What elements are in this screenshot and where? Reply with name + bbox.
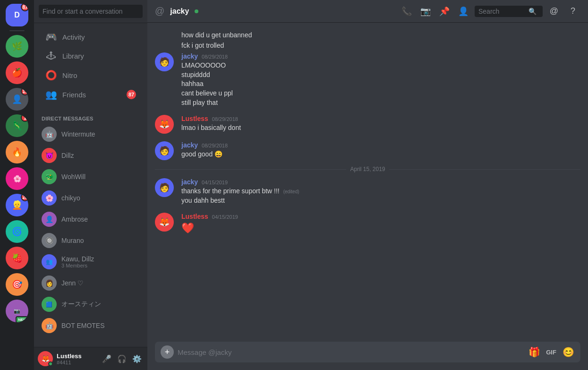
continuation-message: fck i got trolled: [147, 41, 588, 51]
message-text: ❤️: [181, 221, 580, 236]
emoji-button[interactable]: 😊: [562, 345, 575, 359]
video-button[interactable]: 📷: [418, 4, 433, 19]
chat-recipient-name: jacky: [170, 7, 189, 16]
dm-item-bot-emotes[interactable]: 🤖 BOT EMOTES: [38, 315, 144, 336]
dm-name: Jenn ♡: [61, 279, 84, 287]
message-header: jacky 08/29/2018: [181, 141, 580, 149]
message-text: stupidddd: [181, 70, 580, 80]
sidebar-divider: [9, 30, 25, 31]
at-symbol-icon: @: [155, 6, 164, 17]
gift-button[interactable]: 🎁: [528, 345, 541, 359]
avatar: 🐲: [42, 169, 57, 184]
sidebar-item-label: Library: [62, 52, 84, 60]
sidebar-item-label: Nitro: [62, 71, 77, 79]
message-text: you dahh bestt: [181, 196, 580, 206]
input-add-button[interactable]: +: [161, 345, 174, 359]
server-icon-9[interactable]: 🍓: [6, 247, 28, 269]
message-content: Lustless 04/15/2019 ❤️: [181, 213, 580, 236]
mute-button[interactable]: 🎤: [100, 352, 113, 365]
user-panel-controls: 🎤 🎧 ⚙️: [100, 352, 144, 365]
dm-list: 🤖 Wintermute 😈 Dillz 🐲 WohWill 🌸 chikyo …: [34, 123, 147, 347]
dm-item-dillz[interactable]: 😈 Dillz: [38, 145, 144, 166]
message-content: Lustless 08/29/2018 lmao i basically don…: [181, 115, 580, 134]
server-icon-1[interactable]: 🌿: [6, 35, 28, 58]
library-icon: 🕹: [45, 51, 57, 61]
message-author: jacky: [181, 178, 198, 186]
avatar: 👤: [42, 212, 57, 227]
avatar: 👩: [42, 275, 57, 291]
message-input[interactable]: [178, 344, 524, 361]
settings-button[interactable]: ⚙️: [130, 352, 144, 365]
search-icon: 🔍: [528, 8, 537, 15]
dm-name: Kawu, Dillz: [61, 255, 94, 263]
message-avatar: 🧑: [155, 52, 174, 71]
dm-item-wohwill[interactable]: 🐲 WohWill: [38, 166, 144, 187]
user-name: Lustless: [57, 353, 96, 360]
dm-item-kawu-dillz[interactable]: 👥 Kawu, Dillz 3 Members: [38, 251, 144, 272]
sidebar-item-activity[interactable]: 🎮 Activity: [38, 27, 144, 46]
dm-section-title: DIRECT MESSAGES: [34, 108, 147, 123]
server-3-badge: 17: [21, 88, 28, 95]
avatar: 😈: [42, 148, 57, 163]
pin-button[interactable]: 📌: [437, 4, 452, 19]
gif-button[interactable]: GIF: [545, 345, 558, 359]
dm-item-chikyo[interactable]: 🌸 chikyo: [38, 188, 144, 208]
at-mention-button[interactable]: @: [546, 4, 562, 19]
avatar: 🤖: [42, 127, 57, 142]
continuation-message: how did u get unbanned: [147, 30, 588, 41]
server-icon-11[interactable]: 📷 NEW: [6, 300, 28, 322]
server-icon-10[interactable]: 🎯: [6, 273, 28, 296]
message-group: 🦊 Lustless 08/29/2018 lmao i basically d…: [147, 113, 588, 136]
server-icon-7[interactable]: 👱 26: [6, 194, 28, 216]
message-timestamp: 04/15/2019: [202, 180, 228, 185]
dm-item-murano[interactable]: 🔘 Murano: [38, 230, 144, 251]
message-timestamp: 08/29/2018: [212, 116, 238, 122]
dm-item-ambrose[interactable]: 👤 Ambrose: [38, 209, 144, 230]
user-panel: 🦊 Lustless #4411 🎤 🎧 ⚙️: [34, 347, 147, 370]
add-friend-button[interactable]: 👤: [456, 4, 471, 19]
message-content: jacky 08/29/2018 LMAOOOOOO stupidddd hah…: [181, 52, 580, 107]
messages-container: how did u get unbanned fck i got trolled…: [147, 23, 588, 342]
server-icon-5[interactable]: 🔥: [6, 141, 28, 163]
dm-name: Murano: [61, 237, 84, 244]
input-right-icons: 🎁 GIF 😊: [528, 345, 575, 359]
server-icon-2[interactable]: 🍎: [6, 61, 28, 84]
message-text: still play that: [181, 98, 580, 108]
dm-name: オースティン: [61, 300, 101, 309]
dm-name: Ambrose: [61, 215, 88, 223]
message-text: lmao i basically dont: [181, 123, 580, 133]
message-content: jacky 04/15/2019 thanks for the prime su…: [181, 178, 580, 205]
search-input[interactable]: [39, 5, 143, 18]
server-icon-8[interactable]: 🌀: [6, 220, 28, 243]
message-author: Lustless: [181, 213, 208, 220]
dm-item-wintermute[interactable]: 🤖 Wintermute: [38, 124, 144, 145]
sidebar-item-nitro[interactable]: ⭕ Nitro: [38, 66, 144, 85]
sidebar-item-friends[interactable]: 👥 Friends 87: [38, 85, 144, 104]
call-button[interactable]: 📞: [399, 4, 414, 19]
header-search-input[interactable]: [478, 8, 526, 15]
message-author: Lustless: [181, 115, 208, 122]
dm-item-austin-jp[interactable]: 🟦 オースティン: [38, 294, 144, 315]
dm-nav: 🎮 Activity 🕹 Library ⭕ Nitro 👥 Friends 8…: [34, 23, 147, 108]
help-button[interactable]: ?: [565, 4, 580, 19]
message-avatar: 🧑: [155, 141, 174, 160]
message-text: thanks for the prime suport btw !!! (edi…: [181, 187, 580, 196]
friends-badge: 87: [127, 90, 136, 99]
message-avatar: 🦊: [155, 115, 174, 134]
message-header: Lustless 04/15/2019: [181, 213, 580, 220]
avatar: 🌸: [42, 190, 57, 206]
server-7-badge: 26: [21, 194, 28, 201]
message-text: good good 😄: [181, 150, 580, 159]
user-avatar-wrap: 🦊: [38, 351, 53, 366]
dm-name: WohWill: [61, 173, 85, 181]
deafen-button[interactable]: 🎧: [115, 352, 128, 365]
nitro-icon: ⭕: [45, 69, 57, 81]
sidebar-item-library[interactable]: 🕹 Library: [38, 47, 144, 65]
discord-home-icon[interactable]: D 87: [6, 4, 28, 26]
server-icon-4[interactable]: 🦎 1: [6, 114, 28, 137]
message-group: 🧑 jacky 08/29/2018 good good 😄: [147, 139, 588, 162]
server-icon-3[interactable]: 👤 17: [6, 88, 28, 111]
message-timestamp: 08/29/2018: [202, 54, 228, 60]
server-icon-6[interactable]: 🌸: [6, 167, 28, 190]
dm-item-jenn[interactable]: 👩 Jenn ♡: [38, 273, 144, 293]
